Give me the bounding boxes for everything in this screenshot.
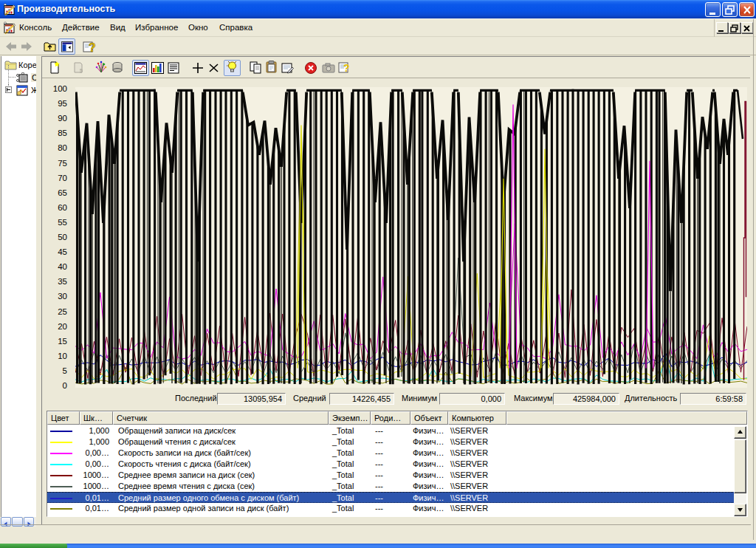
svg-text:?: ? (89, 41, 96, 54)
svg-text:?: ? (343, 62, 350, 74)
